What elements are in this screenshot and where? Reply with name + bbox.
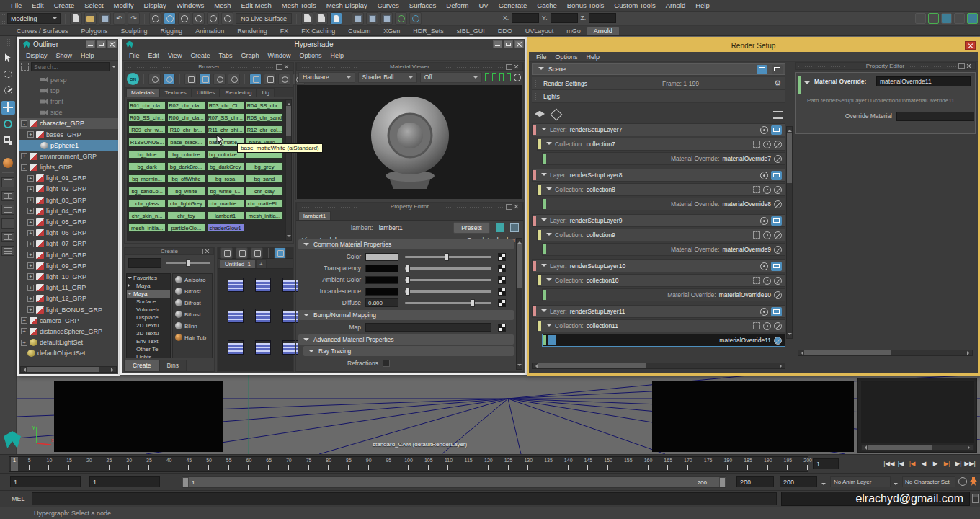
expander-icon[interactable]: + <box>27 262 34 269</box>
expand-arrow-icon[interactable] <box>546 324 552 329</box>
material-swatch-bg-rosa[interactable]: bg_rosa <box>207 174 244 183</box>
slider-handle[interactable] <box>471 299 475 307</box>
node-name-value[interactable]: lambert1 <box>379 224 403 231</box>
timeline-frame-150[interactable]: 150 <box>588 457 608 471</box>
snap-to-point-button[interactable] <box>178 12 190 25</box>
create-category-2d-textu[interactable]: 2D Textu <box>127 321 170 329</box>
add-tab-button[interactable]: + <box>256 260 267 268</box>
lasso-tool-button[interactable] <box>1 68 15 81</box>
step-forward-frame-button[interactable]: ▶| <box>953 458 964 469</box>
hypershade-menu-create[interactable]: Create <box>186 52 214 59</box>
disable-icon[interactable] <box>774 322 782 330</box>
outliner-item-light-08-grp[interactable]: +light_08_GRP <box>19 249 118 260</box>
menu-modify[interactable]: Modify <box>109 1 139 9</box>
browser-panel-header[interactable]: Browser <box>125 63 293 71</box>
select-members-icon[interactable] <box>753 277 760 284</box>
expand-arrow-icon[interactable] <box>541 218 547 224</box>
last-tool-icon[interactable] <box>3 158 13 168</box>
hypershade-menu-edit[interactable]: Edit <box>144 52 164 59</box>
render-setup-titlebar[interactable]: Render Setup <box>529 40 978 52</box>
disable-icon[interactable] <box>774 186 782 194</box>
expander-icon[interactable]: + <box>27 208 34 214</box>
material-swatch-r03-chr-cl[interactable]: R03_chr_Cl... <box>207 101 244 110</box>
command-input[interactable] <box>32 492 777 505</box>
layer-row-rendersetuplayer8[interactable]: Layer:renderSetupLayer8 <box>532 169 785 182</box>
maximize-button[interactable] <box>504 40 513 48</box>
override-row-materialoverride11[interactable]: materialOverride11 <box>542 334 785 347</box>
row-grip[interactable] <box>3 509 8 518</box>
layout-quad-button[interactable] <box>1 218 14 229</box>
scrollbar-thumb[interactable] <box>868 445 932 450</box>
render-setup-menu-options[interactable]: Options <box>551 53 582 61</box>
expander-icon[interactable]: + <box>21 317 27 324</box>
sort-alphabetical-icon[interactable] <box>249 74 262 85</box>
material-swatch-chr-toy[interactable]: chr_toy <box>167 211 205 220</box>
menu-mesh[interactable]: Mesh <box>209 1 236 9</box>
outliner-item-camera-grp[interactable]: +camera_GRP <box>19 315 118 326</box>
symmetry-icon[interactable] <box>915 13 926 24</box>
outliner-item-defaultobjectset[interactable]: defaultObjectSet <box>19 348 118 359</box>
visibility-eye-icon[interactable] <box>760 308 768 316</box>
material-swatch-bg-white[interactable]: bg_white <box>167 187 205 195</box>
material-swatch-chr-lightgrey[interactable]: chr_lightGrey <box>167 199 205 208</box>
menu-select[interactable]: Select <box>79 1 108 9</box>
attribute-slider[interactable] <box>405 290 491 293</box>
render-settings-row[interactable]: Render Settings Frame: 1-199 ⚙ <box>532 77 785 90</box>
chevron-down-icon[interactable] <box>821 483 826 487</box>
menu-arnold[interactable]: Arnold <box>661 1 690 9</box>
close-button[interactable] <box>107 40 117 48</box>
outliner-item-light-05-grp[interactable]: +light_05_GRP <box>19 216 118 227</box>
command-result-field[interactable]: elrachyd@gmail.com <box>781 492 970 506</box>
create-category-lights[interactable]: Lights <box>127 353 170 358</box>
timeline-frame-50[interactable]: 50 <box>189 457 209 471</box>
scroll-left-icon[interactable] <box>799 351 803 355</box>
expand-arrow-icon[interactable] <box>546 187 552 193</box>
right-pane-hscrollbar[interactable] <box>798 350 973 356</box>
outliner-item-front[interactable]: front <box>19 96 118 107</box>
outliner-item-defaultlightset[interactable]: +defaultLightSet <box>19 337 118 348</box>
hypershade-menu-window[interactable]: Window <box>263 52 295 59</box>
timeline-frame-185[interactable]: 185 <box>728 457 748 471</box>
material-swatch-chr-clay[interactable]: chr_clay <box>246 187 283 195</box>
float-panel-icon[interactable] <box>506 204 512 210</box>
override-row-materialoverride7[interactable]: Material Override:materialOverride7 <box>542 152 785 165</box>
attribute-editor-icon[interactable] <box>941 13 952 24</box>
timeline-frame-155[interactable]: 155 <box>608 457 628 471</box>
scroll-up-icon[interactable] <box>287 101 291 105</box>
expander-icon[interactable]: + <box>21 340 27 346</box>
script-editor-icon[interactable] <box>972 494 979 503</box>
expander-icon[interactable]: + <box>27 219 34 226</box>
animation-start-field[interactable]: 1 <box>10 476 81 487</box>
left-pane-hscrollbar[interactable] <box>532 363 785 369</box>
close-button[interactable] <box>965 41 976 50</box>
timeline-frame-145[interactable]: 145 <box>569 457 589 471</box>
float-panel-icon[interactable] <box>276 64 282 70</box>
render-view-button[interactable] <box>352 12 364 25</box>
color-swatch[interactable] <box>365 276 398 284</box>
outliner-item-light-03-grp[interactable]: +light_03_GRP <box>19 195 118 205</box>
lights-row[interactable]: Lights <box>532 90 785 103</box>
map-field[interactable] <box>365 323 491 332</box>
command-language-toggle[interactable]: MEL <box>12 495 25 502</box>
create-category-3d-textu[interactable]: 3D Textu <box>127 329 170 337</box>
browser-tab-textures[interactable]: Textures <box>159 88 191 97</box>
material-swatch-bg-offwhite[interactable]: bg_offWhite <box>167 174 205 183</box>
timeline-frame-100[interactable]: 100 <box>388 457 409 471</box>
attribute-slider[interactable] <box>405 279 491 281</box>
scroll-right-icon[interactable] <box>967 351 971 355</box>
x-coord-field[interactable] <box>512 13 539 23</box>
map-button-icon[interactable] <box>498 253 506 261</box>
collection-row-collection11[interactable]: Collection:collection11 <box>537 319 785 332</box>
tab-lambert1[interactable]: lambert1 <box>298 211 331 220</box>
environment-dropdown[interactable]: Off <box>420 72 482 83</box>
float-panel-icon[interactable] <box>197 249 203 254</box>
timeline-frame-25[interactable]: 25 <box>89 457 110 471</box>
geometry-dropdown[interactable]: Shader Ball <box>358 72 417 83</box>
row-grip[interactable] <box>3 457 8 470</box>
render-setup-menu-file[interactable]: File <box>532 53 551 61</box>
disable-icon[interactable] <box>774 155 782 163</box>
expander-icon[interactable]: + <box>27 230 34 236</box>
expander-icon[interactable]: + <box>21 153 27 159</box>
hypershade-menu-file[interactable]: File <box>125 52 144 59</box>
slider-handle[interactable] <box>445 253 449 261</box>
